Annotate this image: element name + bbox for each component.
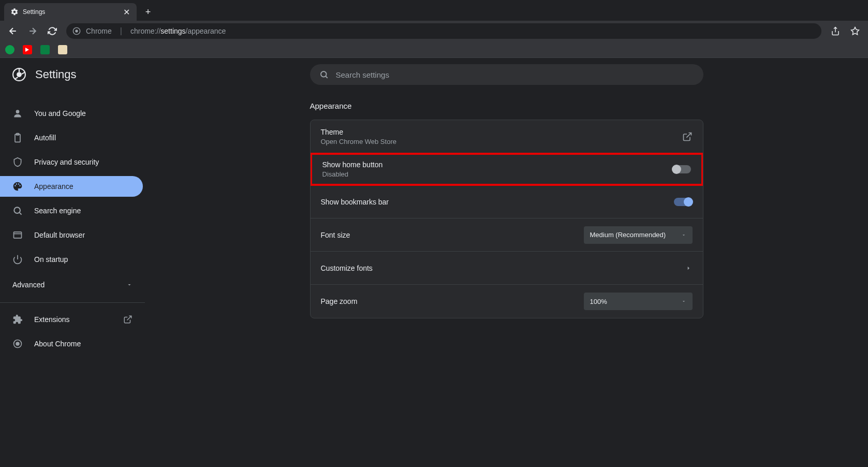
- external-link-icon: [123, 315, 133, 324]
- shield-icon: [12, 157, 23, 167]
- svg-point-12: [16, 342, 19, 345]
- sidebar-item-search-engine[interactable]: Search engine: [0, 200, 145, 221]
- bookmarks-bar: [0, 41, 868, 58]
- row-page-zoom: Page zoom 100%: [311, 285, 703, 318]
- url-origin: Chrome: [86, 27, 112, 35]
- sidebar-advanced[interactable]: Advanced: [0, 273, 145, 296]
- sidebar-item-on-startup[interactable]: On startup: [0, 249, 145, 270]
- row-sublabel: Open Chrome Web Store: [321, 138, 396, 145]
- sidebar-item-label: Autofill: [34, 134, 56, 142]
- person-icon: [12, 108, 23, 119]
- share-button[interactable]: [827, 22, 844, 40]
- sidebar-separator: [0, 302, 145, 303]
- row-label: Font size: [321, 231, 350, 239]
- sidebar-item-label: Privacy and security: [34, 158, 99, 166]
- bookmark-icon[interactable]: [5, 45, 14, 54]
- chevron-down-icon: [681, 299, 686, 304]
- forward-button[interactable]: [24, 22, 41, 40]
- gear-icon: [10, 8, 19, 16]
- row-font-size: Font size Medium (Recommended): [311, 218, 703, 252]
- bookmark-icon[interactable]: [40, 45, 50, 54]
- sidebar-advanced-label: Advanced: [12, 281, 45, 289]
- sidebar-item-label: Search engine: [34, 207, 81, 215]
- font-size-select[interactable]: Medium (Recommended): [584, 226, 693, 244]
- row-label: Show bookmarks bar: [321, 198, 389, 206]
- row-label: Page zoom: [321, 297, 358, 305]
- content: Appearance Theme Open Chrome Web Store S…: [145, 58, 868, 467]
- section-title: Appearance: [310, 101, 703, 110]
- chrome-icon: [12, 339, 23, 349]
- chevron-down-icon: [126, 282, 133, 288]
- sidebar-item-default-browser[interactable]: Default browser: [0, 225, 145, 245]
- sidebar-item-label: Extensions: [34, 315, 112, 324]
- sidebar-item-privacy[interactable]: Privacy and security: [0, 152, 145, 172]
- bookmark-icon[interactable]: [58, 45, 67, 54]
- toggle-home-button[interactable]: [672, 165, 691, 173]
- sidebar-item-label: You and Google: [34, 109, 86, 118]
- sidebar-item-label: Default browser: [34, 231, 85, 239]
- new-tab-button[interactable]: +: [141, 5, 155, 19]
- tab-strip: Settings ✕ +: [0, 0, 868, 21]
- row-label: Show home button: [322, 160, 383, 169]
- svg-point-4: [321, 71, 327, 77]
- sidebar-item-you-and-google[interactable]: You and Google: [0, 103, 145, 124]
- sidebar-item-label: About Chrome: [34, 340, 81, 348]
- sidebar-item-autofill[interactable]: Autofill: [0, 127, 145, 148]
- row-show-bookmarks-bar: Show bookmarks bar: [311, 185, 703, 218]
- select-value: 100%: [590, 298, 607, 305]
- back-button[interactable]: [4, 22, 22, 40]
- svg-point-3: [17, 72, 22, 77]
- search-icon: [319, 70, 329, 79]
- sidebar-item-extensions[interactable]: Extensions: [0, 309, 145, 330]
- power-icon: [12, 254, 23, 265]
- row-sublabel: Disabled: [322, 170, 383, 178]
- sidebar-item-label: Appearance: [34, 182, 73, 191]
- external-link-icon: [682, 132, 693, 142]
- clipboard-icon: [12, 133, 23, 143]
- svg-rect-9: [14, 232, 22, 238]
- settings-card: Theme Open Chrome Web Store Show home bu…: [310, 120, 703, 318]
- settings-header: Settings: [0, 58, 868, 91]
- chevron-right-icon: [684, 264, 693, 272]
- browser-tab[interactable]: Settings ✕: [4, 3, 137, 21]
- toolbar: Chrome | chrome://settings/appearance: [0, 21, 868, 41]
- reload-button[interactable]: [43, 22, 61, 40]
- close-icon[interactable]: ✕: [122, 7, 130, 17]
- window-icon: [12, 230, 23, 240]
- chrome-logo-icon: [12, 68, 26, 81]
- page-title: Settings: [35, 68, 77, 81]
- tab-title: Settings: [23, 8, 118, 16]
- palette-icon: [12, 181, 23, 192]
- search-icon: [12, 206, 23, 216]
- sidebar: You and Google Autofill Privacy and secu…: [0, 58, 145, 467]
- bookmark-star-button[interactable]: [846, 22, 864, 40]
- page-zoom-select[interactable]: 100%: [584, 293, 693, 310]
- sidebar-item-about[interactable]: About Chrome: [0, 333, 145, 354]
- select-value: Medium (Recommended): [590, 231, 666, 239]
- sidebar-item-appearance[interactable]: Appearance: [0, 176, 143, 197]
- row-theme[interactable]: Theme Open Chrome Web Store: [311, 120, 703, 153]
- search-input[interactable]: [336, 70, 694, 79]
- chrome-icon: [72, 27, 81, 35]
- chevron-down-icon: [681, 232, 686, 238]
- toggle-bookmarks-bar[interactable]: [674, 198, 693, 206]
- url-separator: |: [120, 26, 122, 36]
- svg-point-5: [16, 110, 20, 113]
- row-label: Customize fonts: [321, 264, 373, 272]
- search-box[interactable]: [310, 64, 703, 85]
- bookmark-icon[interactable]: [23, 45, 32, 54]
- row-label: Theme: [321, 128, 396, 136]
- sidebar-item-label: On startup: [34, 255, 68, 264]
- row-show-home-button: Show home button Disabled: [310, 153, 703, 186]
- svg-point-8: [14, 207, 20, 213]
- url-path: chrome://settings/appearance: [130, 26, 226, 36]
- row-customize-fonts[interactable]: Customize fonts: [311, 252, 703, 285]
- svg-point-1: [75, 30, 78, 32]
- address-bar[interactable]: Chrome | chrome://settings/appearance: [66, 23, 821, 39]
- puzzle-icon: [12, 314, 23, 325]
